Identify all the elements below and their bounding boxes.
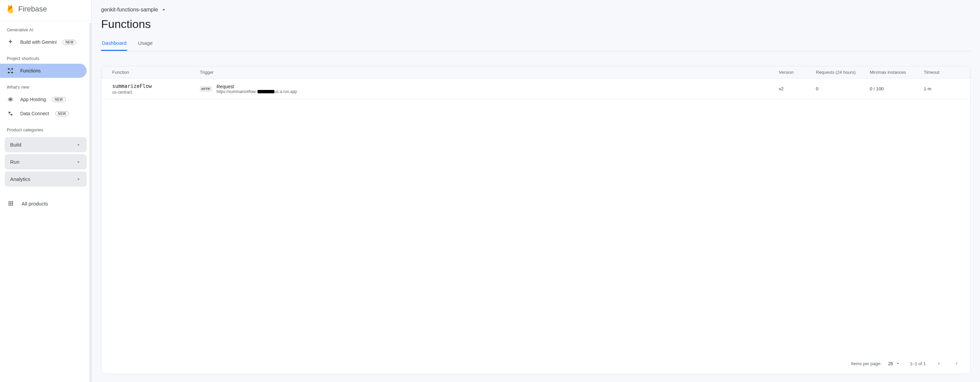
table-header-row: Function Trigger Version Requests (24 ho…: [102, 67, 970, 78]
caret-down-icon: [161, 7, 167, 13]
category-run[interactable]: Run: [5, 154, 87, 170]
tab-usage[interactable]: Usage: [137, 37, 153, 51]
functions-icon: [7, 67, 14, 74]
col-header-version: Version: [779, 70, 816, 75]
function-region: us-central1: [112, 90, 200, 95]
nav-data-connect[interactable]: Data Connect NEW: [0, 106, 87, 120]
chevron-down-icon: [76, 159, 81, 165]
section-header-shortcuts: Project shortcuts: [0, 49, 91, 64]
function-name: summarizeFlow: [112, 83, 200, 89]
page-range: 1–1 of 1: [910, 361, 926, 366]
prev-page-button[interactable]: [933, 358, 944, 369]
sidebar: Firebase Generative AI Build with Gemini…: [0, 0, 92, 382]
col-header-timeout: Timeout: [924, 70, 961, 75]
cell-version: v2: [779, 86, 816, 91]
data-connect-icon: [7, 110, 14, 117]
sparkle-icon: [7, 38, 14, 46]
chevron-down-icon: [76, 176, 81, 182]
col-header-trigger: Trigger: [200, 70, 779, 75]
chevron-down-icon: [76, 142, 81, 147]
nav-build-with-gemini[interactable]: Build with Gemini NEW: [0, 35, 87, 49]
section-header-whats-new: What's new: [0, 78, 91, 92]
cell-timeout: 1 m: [924, 86, 961, 91]
col-header-minmax: Min/max instances: [870, 70, 924, 75]
table-row[interactable]: summarizeFlow us-central1 HTTP Request h…: [102, 78, 970, 99]
page-title: Functions: [101, 17, 970, 31]
project-selector[interactable]: genkit-functions-sample: [101, 3, 970, 15]
nav-label: Data Connect: [20, 111, 49, 116]
items-per-page-value: 25: [888, 361, 893, 366]
category-label: Analytics: [10, 176, 30, 182]
firebase-logo[interactable]: Firebase: [0, 0, 91, 21]
next-page-button[interactable]: [951, 358, 962, 369]
tabs: Dashboard Usage: [101, 37, 970, 51]
apps-grid-icon: [7, 200, 14, 207]
category-label: Build: [10, 142, 21, 147]
items-per-page-select[interactable]: 25: [886, 360, 902, 368]
nav-label: Build with Gemini: [20, 40, 57, 45]
category-analytics[interactable]: Analytics: [5, 171, 87, 187]
redacted-segment: [258, 90, 274, 93]
category-label: Run: [10, 159, 19, 165]
main-content: genkit-functions-sample Functions Dashbo…: [92, 0, 980, 382]
firebase-logo-text: Firebase: [18, 5, 47, 13]
functions-table-card: Function Trigger Version Requests (24 ho…: [101, 66, 970, 374]
category-build[interactable]: Build: [5, 137, 87, 152]
cell-requests: 0: [816, 86, 870, 91]
section-header-generative-ai: Generative AI: [0, 21, 91, 35]
trigger-url: https://summarizeflow-uc.a.run.app: [217, 89, 297, 94]
nav-label: Functions: [20, 68, 41, 73]
tab-dashboard[interactable]: Dashboard: [101, 37, 127, 51]
nav-functions[interactable]: Functions: [0, 64, 87, 78]
caret-down-icon: [895, 361, 900, 366]
new-badge: NEW: [55, 111, 69, 116]
http-badge: HTTP: [200, 86, 212, 92]
nav-all-products[interactable]: All products: [0, 194, 91, 213]
firebase-icon: [6, 5, 15, 13]
table-pager: Items per page: 25 1–1 of 1: [102, 353, 970, 374]
trigger-title: Request: [217, 84, 297, 89]
nav-label: All products: [22, 201, 48, 206]
cell-minmax: 0 / 100: [870, 86, 924, 91]
nav-label: App Hosting: [20, 97, 46, 102]
items-per-page-label: Items per page:: [851, 361, 881, 366]
new-badge: NEW: [63, 40, 76, 45]
col-header-function: Function: [112, 70, 200, 75]
cell-function: summarizeFlow us-central1: [112, 83, 200, 95]
section-header-categories: Product categories: [0, 120, 91, 135]
col-header-requests: Requests (24 hours): [816, 70, 870, 75]
new-badge: NEW: [52, 97, 65, 102]
svg-point-0: [10, 70, 11, 71]
hosting-icon: [7, 96, 14, 103]
project-name: genkit-functions-sample: [101, 7, 158, 13]
nav-app-hosting[interactable]: App Hosting NEW: [0, 92, 87, 106]
cell-trigger: HTTP Request https://summarizeflow-uc.a.…: [200, 84, 779, 94]
